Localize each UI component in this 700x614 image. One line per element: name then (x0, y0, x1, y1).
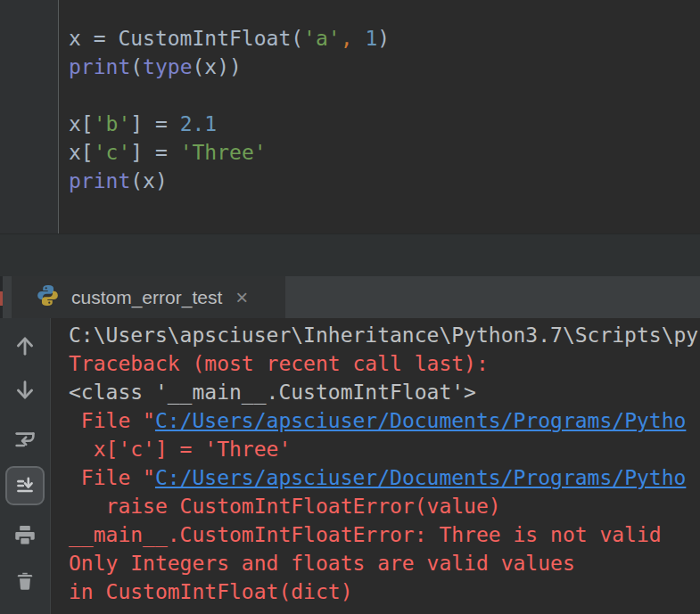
code-token: x = CustomIntFloat( (69, 27, 303, 50)
tab-close-icon[interactable]: × (235, 287, 248, 308)
arrow-up-icon (12, 333, 37, 358)
code-token: 'c' (94, 141, 131, 164)
soft-wrap-icon (12, 427, 37, 452)
code-token: ( (130, 55, 143, 78)
code-token: (x)) (193, 55, 242, 78)
console-line: <class '__main__.CustomIntFloat'> (69, 378, 698, 406)
code-token (353, 27, 366, 50)
code-editor[interactable]: x = CustomIntFloat('a', 1)print(type(x))… (0, 0, 700, 233)
run-toolwindow-content: C:\Users\apsciuser\Inheritance\Python3.7… (0, 318, 700, 614)
up-stack-trace-button[interactable] (5, 326, 45, 365)
code-line: print(x) (69, 167, 390, 195)
code-token: x[ (69, 112, 94, 135)
console-line: Only Integers and floats are valid value… (69, 549, 698, 577)
traceback-file-link[interactable]: C:/Users/apsciuser/Documents/Programs/Py… (155, 466, 686, 489)
code-token: ] = (130, 141, 179, 164)
console-left-toolbar (0, 318, 51, 614)
code-token: , (341, 27, 353, 50)
clear-all-button[interactable] (5, 561, 45, 601)
code-line: x['c'] = 'Three' (69, 138, 390, 167)
editor-gutter (0, 0, 59, 233)
console-line: in CustomIntFloat(dict) (69, 577, 698, 606)
scroll-to-end-icon (13, 474, 37, 497)
console-text: x['c'] = 'Three' (69, 438, 291, 461)
code-line: x['b'] = 2.1 (69, 110, 390, 138)
traceback-file-link[interactable]: C:/Users/apsciuser/Documents/Programs/Py… (155, 409, 686, 432)
console-line: File "C:/Users/apsciuser/Documents/Progr… (69, 463, 698, 492)
arrow-down-icon (12, 378, 37, 403)
code-token: 1 (365, 27, 377, 50)
console-line: __main__.CustomIntFloatError: Three is n… (69, 520, 698, 549)
run-toolwindow-tabbar: custom_error_test × (0, 276, 700, 319)
console-line: Traceback (most recent call last): (69, 349, 698, 378)
console-text: Only Integers and floats are valid value… (69, 552, 575, 575)
code-token: 'Three' (180, 141, 267, 164)
tabbar-left-edge (0, 276, 3, 318)
code-token: print (69, 169, 130, 192)
code-token: type (143, 55, 192, 78)
tab-custom-error-test[interactable]: custom_error_test × (12, 276, 285, 318)
code-token: print (69, 55, 130, 78)
console-text: C:\Users\apsciuser\Inheritance\Python3.7… (69, 323, 698, 347)
editor-toolwindow-gap (0, 233, 700, 277)
console-text: File " (69, 409, 155, 432)
run-console-output[interactable]: C:\Users\apsciuser\Inheritance\Python3.7… (51, 318, 700, 614)
soft-wrap-button[interactable] (5, 420, 45, 459)
code-token: 'a' (303, 27, 341, 50)
console-text: Traceback (most recent call last): (69, 352, 489, 375)
code-token: x[ (69, 141, 94, 164)
code-line: print(type(x)) (69, 53, 390, 81)
code-line (69, 81, 390, 110)
console-text: File " (69, 466, 155, 489)
printer-icon (12, 522, 37, 547)
console-text: in CustomIntFloat(dict) (69, 580, 353, 603)
trash-icon (13, 569, 37, 593)
console-line: raise CustomIntFloatError(value) (69, 492, 698, 520)
console-line: File "C:/Users/apsciuser/Documents/Progr… (69, 406, 698, 435)
code-token: (x) (130, 169, 168, 192)
console-text: raise CustomIntFloatError(value) (69, 495, 501, 518)
tab-label: custom_error_test (71, 287, 222, 308)
code-line: x = CustomIntFloat('a', 1) (69, 24, 390, 53)
console-text: __main__.CustomIntFloatError: Three is n… (69, 523, 662, 546)
clipped-icon (0, 291, 3, 306)
down-stack-trace-button[interactable] (5, 371, 45, 410)
console-line: C:\Users\apsciuser\Inheritance\Python3.7… (69, 321, 698, 349)
code-token: 2.1 (180, 112, 218, 135)
print-button[interactable] (5, 515, 45, 554)
scroll-to-end-button[interactable] (5, 466, 45, 505)
python-logo-icon (36, 283, 60, 311)
console-text: <class '__main__.CustomIntFloat'> (69, 381, 476, 404)
code-token: 'b' (94, 112, 131, 135)
code-token: ] = (130, 112, 179, 135)
editor-code-area[interactable]: x = CustomIntFloat('a', 1)print(type(x))… (69, 24, 390, 195)
code-token: ) (377, 27, 390, 50)
console-line: x['c'] = 'Three' (69, 435, 698, 463)
